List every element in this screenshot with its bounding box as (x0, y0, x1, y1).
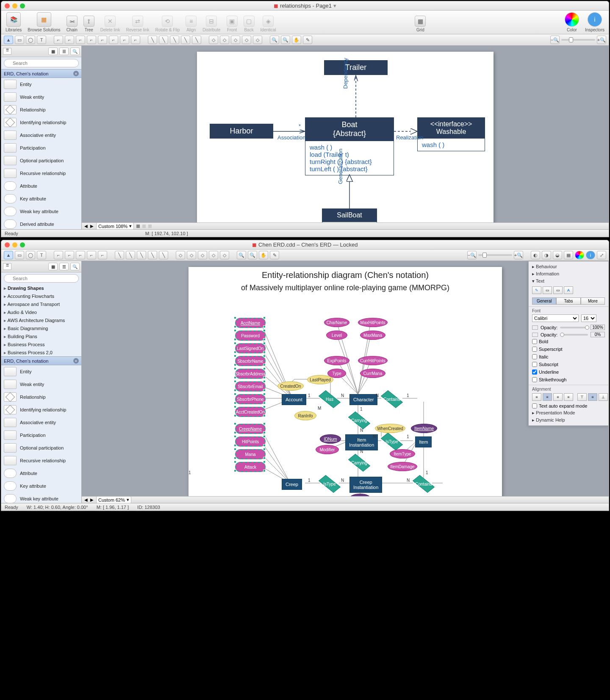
selection-handle[interactable] (263, 422, 266, 425)
insp-presentation[interactable]: ▸ Presentation Mode (529, 409, 608, 417)
attr-whencreated[interactable]: WhenCreated (375, 424, 405, 433)
ribbon-button-a[interactable]: ◐ (531, 251, 540, 259)
zoom-out-tool[interactable]: 🔍 (281, 36, 290, 44)
canvas-page[interactable]: Entity-relationship diagram (Chen's nota… (189, 267, 502, 496)
lib-item[interactable]: Weak key attribute (1, 492, 81, 503)
ribbon-button-c[interactable]: ◒ (553, 251, 562, 259)
attr-maxmana[interactable]: MaxMana (360, 331, 385, 340)
shape-tool-5[interactable]: ◇ (220, 251, 229, 259)
opacity-value-2[interactable]: 0% (591, 332, 605, 337)
tree-item[interactable]: Basic Diagramming (1, 325, 81, 333)
selection-handle[interactable] (263, 461, 266, 463)
class-harbor[interactable]: Harbor (210, 124, 273, 139)
selected-attr[interactable]: Password (235, 331, 266, 341)
insp-information[interactable]: ▸ Information (529, 270, 608, 278)
shape-tool-5[interactable]: ◇ (253, 36, 262, 44)
connector-tool-6[interactable]: ⌐ (109, 36, 118, 44)
lib-item[interactable]: Key attribute (1, 192, 81, 205)
lib-item[interactable]: Entity (1, 365, 81, 378)
rel-carrying-1[interactable]: Carrying (349, 415, 370, 425)
canvas-page[interactable]: Trailer Harbor Boat {Abstract} wash ( ) … (197, 52, 494, 222)
selection-handle[interactable] (234, 376, 236, 379)
selection-handle[interactable] (263, 402, 266, 404)
selected-attr[interactable]: SbscrbrEmail (235, 381, 266, 392)
lib-item[interactable]: Attribute (1, 180, 81, 192)
ribbon-button-d[interactable]: ▦ (564, 251, 573, 259)
line-tool-4[interactable]: ╲ (181, 36, 190, 44)
search-input[interactable] (4, 274, 79, 283)
pointer-tool[interactable]: ▲ (4, 251, 13, 259)
pan-tool[interactable]: ✋ (292, 36, 301, 44)
lib-item[interactable]: Relationship (1, 103, 81, 116)
lib-item[interactable]: Weak entity (1, 378, 81, 391)
line-tool-1[interactable]: ╲ (148, 36, 157, 44)
lib-item[interactable]: Optional participation (1, 154, 81, 167)
selection-handle[interactable] (234, 380, 236, 383)
ellipse-tool[interactable]: ◯ (26, 36, 35, 44)
class-sailboat[interactable]: SailBoat turnRight ( ) turnLeft ( ) (322, 208, 377, 222)
lib-item[interactable]: Associative entity (1, 129, 81, 142)
lib-item[interactable]: Optional participation (1, 442, 81, 454)
selection-handle[interactable] (263, 364, 266, 366)
valign-bottom[interactable]: ⊥ (599, 393, 608, 401)
entity-creep-inst[interactable]: Creep Instantiation (349, 477, 382, 493)
lib-item[interactable]: Associative entity (1, 416, 81, 429)
selection-handle[interactable] (234, 435, 236, 438)
shape-tool-1[interactable]: ◇ (176, 251, 185, 259)
selection-handle[interactable] (263, 342, 266, 344)
opacity-slider-2[interactable] (560, 334, 588, 336)
selection-handle[interactable] (263, 457, 266, 459)
attr-level[interactable]: Level (326, 331, 347, 340)
pan-tool[interactable]: ✋ (259, 251, 268, 259)
library-header[interactable]: ERD, Chen's notation× (1, 69, 81, 78)
attr-modifier[interactable]: Modifier (316, 445, 339, 454)
selected-attr[interactable]: SbscrbrName (235, 356, 266, 366)
selection-handle[interactable] (263, 448, 266, 450)
text-tool-2[interactable]: ▭ (543, 286, 552, 294)
view-grid-tab[interactable]: ▦ (48, 263, 58, 270)
attr-maxhp[interactable]: MaxHitPoints (358, 318, 388, 327)
selection-handle[interactable] (234, 457, 236, 459)
opacity-value-1[interactable]: 100% (591, 325, 605, 330)
lib-item[interactable]: Recursive relationship (1, 454, 81, 467)
tree-root[interactable]: Drawing Shapes (1, 284, 81, 292)
selected-attr[interactable]: Mana (235, 449, 266, 459)
connector-tool-1[interactable]: ⌐ (54, 36, 63, 44)
selection-handle[interactable] (234, 448, 236, 450)
lib-item[interactable]: Participation (1, 429, 81, 442)
zoom-icon[interactable] (20, 242, 25, 247)
connector-tool-5[interactable]: ⌐ (98, 36, 107, 44)
class-boat[interactable]: Boat {Abstract} wash ( ) load (Trailer t… (305, 117, 394, 175)
zoom-in-tool[interactable]: 🔍 (270, 36, 279, 44)
entity-character[interactable]: Character (349, 394, 377, 405)
tree-item[interactable]: Audio & Video (1, 308, 81, 317)
selection-handle[interactable] (234, 355, 236, 357)
line-tool-3[interactable]: ╲ (170, 36, 179, 44)
rect-tool[interactable]: ▭ (15, 36, 24, 44)
selection-handle[interactable] (263, 329, 266, 332)
panel-toggle[interactable]: ☰ (3, 48, 11, 55)
valign-middle[interactable]: ≡ (588, 393, 597, 401)
align-left[interactable]: ≡ (532, 393, 541, 401)
chk-subscript[interactable]: Subscript (532, 362, 568, 367)
align-right[interactable]: ≡ (553, 393, 563, 401)
attr-lastplayed[interactable]: LastPlayed (307, 375, 333, 384)
panel-toggle[interactable]: ☰ (3, 263, 11, 270)
zoom-in-button[interactable]: +🔍 (597, 36, 606, 44)
valign-top[interactable]: ⊤ (577, 393, 587, 401)
view-search-tab[interactable]: 🔍 (70, 263, 80, 270)
selection-handle[interactable] (234, 461, 236, 463)
attr-idnum-1[interactable]: IDNum (320, 434, 341, 444)
insp-help[interactable]: ▸ Dynamic Help (529, 417, 608, 424)
browse-solutions-button[interactable]: ▦ (37, 12, 51, 27)
color-button[interactable] (565, 12, 579, 27)
interface-washable[interactable]: <<interface>> Washable wash ( ) (417, 117, 485, 151)
align-center[interactable]: ≡ (543, 393, 552, 401)
chk-autoexpand[interactable]: Text auto expand mode (532, 403, 604, 408)
ellipse-tool[interactable]: ◯ (26, 251, 35, 259)
selection-handle[interactable] (263, 367, 266, 370)
connector-tool-4[interactable]: ⌐ (87, 251, 96, 259)
ribbon-button-f[interactable]: i (586, 251, 595, 259)
zoom-in-button[interactable]: +🔍 (514, 251, 523, 259)
shape-tool-4[interactable]: ◇ (209, 251, 218, 259)
